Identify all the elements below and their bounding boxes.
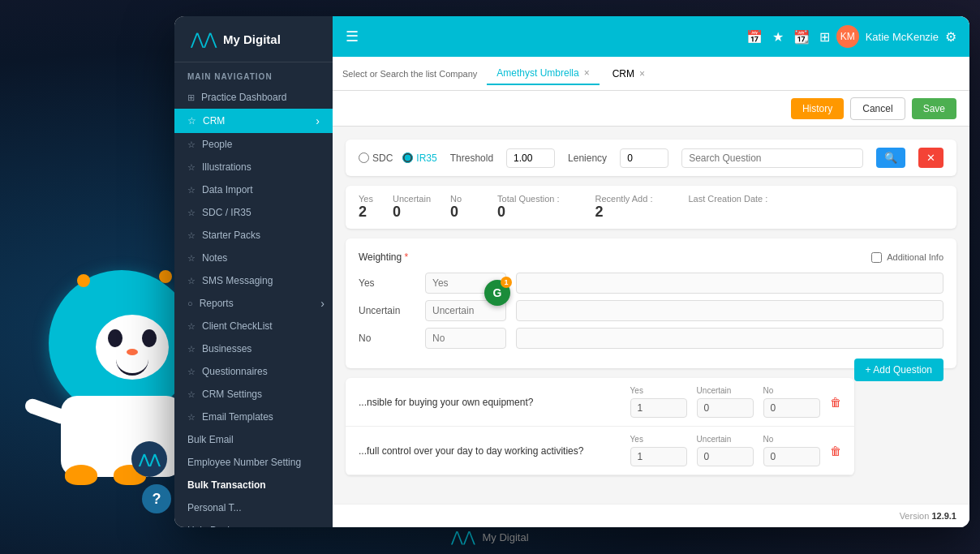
sidebar-item-starter-packs[interactable]: ☆ Starter Packs: [174, 224, 333, 247]
question-cols-1: Yes 1 Uncertain 0 No 0: [630, 386, 820, 418]
additional-info-label: Additional Info: [887, 252, 943, 262]
no-weighting-wide-input[interactable]: [516, 328, 943, 349]
uncertain-weighting-wide-input[interactable]: [516, 300, 943, 321]
uncertain-col-header-2: Uncertain: [697, 435, 754, 444]
sidebar-item-people[interactable]: ☆ People: [174, 133, 333, 156]
header-bar: ☰ 📅 ★ 📆 ⊞ KM Katie McKenzie ⚙: [333, 16, 969, 57]
hamburger-icon[interactable]: ☰: [346, 28, 359, 45]
sidebar-item-email-templates[interactable]: ☆ Email Templates: [174, 406, 333, 428]
header-left: ☰: [346, 28, 359, 45]
total-stat-label: Total Question :: [497, 194, 559, 204]
search-question-input[interactable]: [681, 148, 863, 168]
uncertain-col-header-1: Uncertain: [697, 386, 754, 395]
main-window: ⋀⋀ My Digital MAIN NAVIGATION ⊞ Practice…: [174, 16, 969, 527]
stat-recently: Recently Add : 2: [595, 194, 653, 221]
calendar2-icon[interactable]: 📆: [793, 29, 810, 45]
search-button[interactable]: 🔍: [876, 148, 905, 168]
save-button[interactable]: Save: [912, 98, 956, 119]
sdc-radio-label[interactable]: SDC: [359, 152, 393, 164]
threshold-input[interactable]: [506, 148, 555, 168]
no-col-1: No 0: [763, 386, 820, 418]
stat-total: Total Question : 0: [497, 194, 559, 221]
reports-icon: ○: [187, 298, 193, 308]
close-crm-tab[interactable]: ×: [639, 68, 645, 79]
delete-button-1[interactable]: 🗑: [830, 396, 841, 409]
user-avatar: KM: [836, 25, 859, 48]
stat-last-creation: Last Creation Date :: [688, 194, 767, 221]
sidebar-item-data-import[interactable]: ☆ Data Import: [174, 178, 333, 201]
ir35-label: IR35: [416, 152, 436, 164]
calendar-icon[interactable]: 📅: [746, 29, 763, 45]
add-question-button[interactable]: + Add Question: [854, 359, 943, 381]
no-stat-label: No: [450, 194, 462, 204]
uncertain-stat-value: 0: [393, 204, 431, 221]
uncertain-col-value-2: 0: [697, 447, 754, 466]
sidebar-item-bulk-email[interactable]: Bulk Email: [174, 428, 333, 451]
questions-table: ...nsible for buying your own equipment?…: [346, 378, 854, 475]
history-button[interactable]: History: [791, 98, 844, 119]
ir35-radio[interactable]: [402, 152, 413, 163]
yes-weighting-wide-input[interactable]: [516, 273, 943, 294]
gear-icon[interactable]: ⚙: [945, 29, 956, 45]
yes-col-2: Yes 1: [630, 435, 687, 466]
sidebar-label-illustrations: Illustrations: [202, 161, 251, 173]
uncertain-col-2: Uncertain 0: [697, 435, 754, 466]
illustrations-icon: ☆: [187, 162, 196, 173]
yes-col-value-1: 1: [630, 398, 687, 418]
ir35-radio-label[interactable]: IR35: [402, 152, 436, 164]
sidebar-item-notes[interactable]: ☆ Notes: [174, 247, 333, 269]
filter-row: SDC IR35 Threshold Leniency 🔍 ✕: [346, 140, 956, 176]
tab-crm[interactable]: CRM ×: [603, 63, 655, 84]
mascot-logo-badge: ⋀⋀: [131, 441, 167, 477]
delete-button-2[interactable]: 🗑: [830, 444, 841, 457]
cancel-button[interactable]: Cancel: [850, 97, 905, 120]
notes-icon: ☆: [187, 253, 196, 264]
mascot-face: [96, 315, 169, 380]
tab-amethyst[interactable]: Amethyst Umbrella ×: [487, 62, 599, 85]
grammarly-widget[interactable]: G 1: [484, 280, 510, 306]
sidebar-item-practice-dashboard[interactable]: ⊞ Practice Dashboard: [174, 86, 333, 109]
sidebar-item-sdc-ir35[interactable]: ☆ SDC / IR35: [174, 201, 333, 224]
grammarly-icon: G: [493, 286, 502, 299]
sidebar: ⋀⋀ My Digital MAIN NAVIGATION ⊞ Practice…: [174, 16, 333, 527]
scroll-content: SDC IR35 Threshold Leniency 🔍 ✕: [333, 127, 969, 504]
threshold-label: Threshold: [450, 152, 493, 164]
sidebar-item-crm-settings[interactable]: ☆ CRM Settings: [174, 383, 333, 406]
version-label: Version: [900, 511, 930, 521]
sidebar-label-crm-settings: CRM Settings: [202, 389, 262, 400]
sidebar-item-crm[interactable]: ☆ CRM ›: [174, 109, 333, 133]
sidebar-label-notes: Notes: [202, 252, 227, 264]
sdc-radio[interactable]: [359, 152, 369, 163]
sidebar-item-sms[interactable]: ☆ SMS Messaging: [174, 269, 333, 292]
mascot-head: [49, 270, 195, 416]
sidebar-label-sdc: SDC / IR35: [202, 207, 251, 218]
sidebar-item-illustrations[interactable]: ☆ Illustrations: [174, 156, 333, 178]
stats-row: Yes 2 Uncertain 0 No 0 Total Question : …: [346, 186, 956, 229]
sidebar-item-personal[interactable]: Personal T...: [174, 496, 333, 519]
mascot-question-badge[interactable]: ?: [142, 484, 171, 513]
additional-info-checkbox[interactable]: [871, 252, 882, 263]
no-weighting-input[interactable]: [425, 328, 506, 349]
version-footer: Version 12.9.1: [333, 504, 969, 527]
tab-bar: Select or Search the list Company Amethy…: [333, 57, 969, 91]
last-creation-label: Last Creation Date :: [688, 194, 767, 204]
grid-header-icon[interactable]: ⊞: [819, 29, 830, 45]
sidebar-item-reports[interactable]: ○ Reports: [174, 292, 333, 315]
sidebar-item-help-desk[interactable]: Help Desk: [174, 519, 333, 527]
sidebar-item-checklist[interactable]: ☆ Client CheckList: [174, 315, 333, 337]
uncertain-weighting-label: Uncertain: [359, 305, 415, 316]
sidebar-item-employee-number[interactable]: Employee Number Setting: [174, 451, 333, 474]
crm-chevron-icon: ›: [316, 114, 320, 127]
clear-button[interactable]: ✕: [918, 148, 943, 168]
close-amethyst-tab[interactable]: ×: [584, 67, 590, 79]
sidebar-label-bulk-transaction: Bulk Transaction: [187, 479, 266, 491]
mascot-smile: [116, 359, 148, 376]
stat-no: No 0: [450, 194, 462, 221]
leniency-label: Leniency: [568, 152, 607, 164]
star-header-icon[interactable]: ★: [772, 29, 784, 45]
sidebar-item-questionnaires[interactable]: ☆ Questionnaires: [174, 360, 333, 383]
sidebar-item-bulk-transaction[interactable]: Bulk Transaction: [174, 474, 333, 496]
tab-crm-label: CRM: [612, 68, 634, 79]
sidebar-item-businesses[interactable]: ☆ Businesses: [174, 337, 333, 360]
leniency-input[interactable]: [620, 148, 668, 168]
